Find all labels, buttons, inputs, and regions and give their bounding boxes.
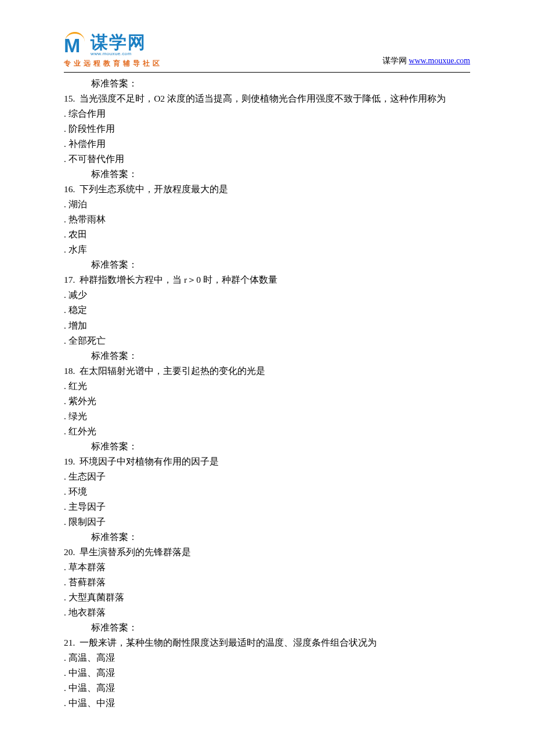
option: . 高温、高湿 (64, 650, 470, 665)
option: . 苔藓群落 (64, 575, 470, 590)
question-number: 17. (64, 275, 75, 285)
option-text: 综合作用 (68, 109, 106, 118)
logo-text-group: 谋学网 www.mouxue.com (91, 34, 146, 56)
question-text: 当光强度不足时，O2 浓度的适当提高，则使植物光合作用强度不致于降低，这种作用称… (80, 93, 446, 103)
option-text: 紫外光 (68, 396, 96, 406)
answer-label: 标准答案： (64, 439, 470, 454)
option-text: 生态因子 (68, 471, 106, 481)
option-text: 红光 (68, 381, 87, 391)
answer-label: 标准答案： (64, 348, 470, 363)
option: . 紫外光 (64, 394, 470, 409)
option: . 增加 (64, 318, 470, 333)
question-text: 种群指数增长方程中，当 r＞0 时，种群个体数量 (80, 275, 277, 285)
question-number: 21. (64, 638, 75, 647)
question-text: 在太阳辐射光谱中，主要引起热的变化的光是 (80, 366, 265, 376)
option: . 水库 (64, 242, 470, 257)
option-text: 全部死亡 (68, 336, 106, 345)
option: . 农田 (64, 227, 470, 242)
option-text: 草本群落 (68, 562, 106, 572)
question-number: 16. (64, 184, 75, 194)
page-header: M 谋学网 www.mouxue.com 专业远程教育辅导社区 谋学网 www.… (64, 34, 470, 69)
header-divider (64, 72, 470, 73)
logo-mark-icon: M (64, 35, 88, 55)
option-text: 限制因子 (68, 517, 106, 527)
option: . 绿光 (64, 409, 470, 424)
question-20: 20. 旱生演替系列的先锋群落是 (64, 545, 470, 560)
option-text: 稳定 (68, 305, 87, 315)
option: . 中温、高湿 (64, 681, 470, 696)
question-number: 18. (64, 366, 75, 376)
question-text: 一般来讲，某种生物的耐性限度达到最适时的温度、湿度条件组合状况为 (80, 638, 377, 647)
option: . 中温、中湿 (64, 696, 470, 711)
logo-tagline: 专业远程教育辅导社区 (64, 59, 163, 69)
option: . 环境 (64, 484, 470, 499)
option: . 不可替代作用 (64, 152, 470, 167)
option-text: 减少 (68, 290, 87, 300)
answer-label: 标准答案： (64, 530, 470, 545)
option-text: 苔藓群落 (68, 577, 106, 587)
option-text: 阶段性作用 (68, 124, 115, 134)
answer-label: 标准答案： (64, 620, 470, 635)
option-text: 绿光 (68, 411, 87, 421)
option-text: 中温、高湿 (68, 668, 115, 678)
option: . 地衣群落 (64, 605, 470, 620)
option-text: 湖泊 (68, 199, 87, 209)
question-17: 17. 种群指数增长方程中，当 r＞0 时，种群个体数量 (64, 272, 470, 287)
option: . 综合作用 (64, 106, 470, 121)
question-text: 下列生态系统中，开放程度最大的是 (80, 184, 228, 194)
option: . 全部死亡 (64, 333, 470, 348)
option-text: 主导因子 (68, 502, 106, 512)
option: . 补偿作用 (64, 136, 470, 152)
option-text: 热带雨林 (68, 214, 106, 224)
question-15: 15. 当光强度不足时，O2 浓度的适当提高，则使植物光合作用强度不致于降低，这… (64, 91, 470, 106)
answer-label: 标准答案： (64, 76, 470, 91)
answer-label: 标准答案： (64, 257, 470, 272)
option: . 红光 (64, 379, 470, 394)
document-page: M 谋学网 www.mouxue.com 专业远程教育辅导社区 谋学网 www.… (0, 0, 534, 746)
question-18: 18. 在太阳辐射光谱中，主要引起热的变化的光是 (64, 363, 470, 379)
option-text: 环境 (68, 487, 87, 496)
question-number: 19. (64, 456, 75, 466)
option-text: 增加 (68, 321, 87, 330)
logo-url-text: www.mouxue.com (91, 52, 146, 56)
option-text: 农田 (68, 229, 87, 239)
option: . 湖泊 (64, 197, 470, 212)
option: . 生态因子 (64, 469, 470, 484)
option-text: 中温、高湿 (68, 683, 115, 693)
option: . 减少 (64, 287, 470, 303)
site-label: 谋学网 (383, 56, 407, 65)
option: . 红外光 (64, 424, 470, 439)
option-text: 红外光 (68, 426, 96, 436)
option: . 阶段性作用 (64, 121, 470, 136)
logo-row: M 谋学网 www.mouxue.com (64, 34, 146, 56)
option: . 中温、高湿 (64, 665, 470, 681)
option: . 限制因子 (64, 514, 470, 530)
question-16: 16. 下列生态系统中，开放程度最大的是 (64, 182, 470, 197)
option: . 主导因子 (64, 499, 470, 514)
question-19: 19. 环境因子中对植物有作用的因子是 (64, 454, 470, 469)
header-site-info: 谋学网 www.mouxue.com (383, 56, 470, 69)
option-text: 大型真菌群落 (68, 592, 124, 602)
option-text: 中温、中湿 (68, 698, 115, 708)
option: . 大型真菌群落 (64, 590, 470, 605)
option-text: 高温、高湿 (68, 653, 115, 663)
question-text: 旱生演替系列的先锋群落是 (80, 547, 191, 557)
logo-block: M 谋学网 www.mouxue.com 专业远程教育辅导社区 (64, 34, 163, 69)
option: . 热带雨林 (64, 212, 470, 227)
question-number: 15. (64, 93, 75, 103)
option: . 稳定 (64, 303, 470, 318)
site-link[interactable]: www.mouxue.com (409, 56, 470, 65)
option-text: 不可替代作用 (68, 154, 124, 164)
question-21: 21. 一般来讲，某种生物的耐性限度达到最适时的温度、湿度条件组合状况为 (64, 635, 470, 650)
question-text: 环境因子中对植物有作用的因子是 (80, 456, 219, 466)
option: . 草本群落 (64, 560, 470, 575)
question-number: 20. (64, 547, 75, 557)
option-text: 水库 (68, 244, 87, 254)
document-content: 标准答案： 15. 当光强度不足时，O2 浓度的适当提高，则使植物光合作用强度不… (64, 76, 470, 711)
logo-main-text: 谋学网 (91, 34, 146, 51)
answer-label: 标准答案： (64, 167, 470, 182)
option-text: 补偿作用 (68, 139, 106, 149)
option-text: 地衣群落 (68, 607, 106, 617)
